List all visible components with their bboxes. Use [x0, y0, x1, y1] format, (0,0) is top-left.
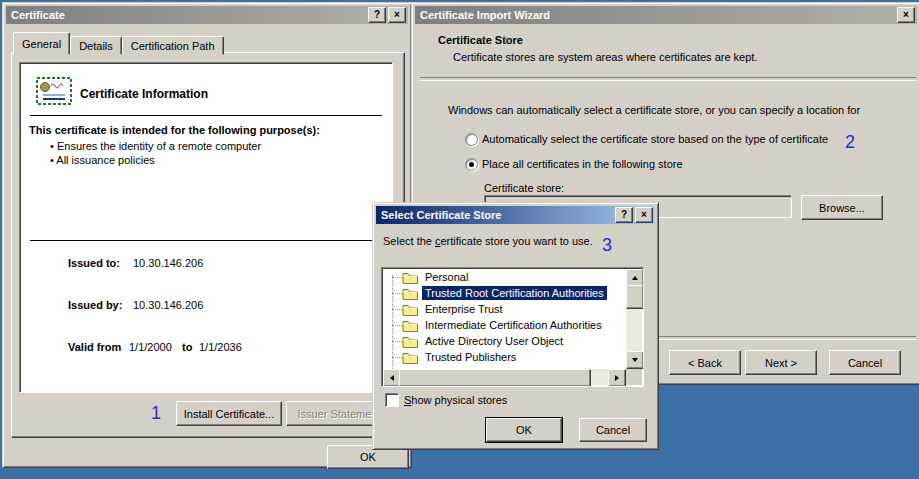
- purpose-item: All issuance policies: [50, 154, 155, 166]
- tree-connector: [392, 309, 402, 310]
- valid-to-value: 1/1/2036: [199, 341, 242, 353]
- scroll-down-icon: [632, 358, 638, 362]
- horizontal-scrollbar[interactable]: [383, 369, 626, 385]
- store-cancel-label: Cancel: [596, 424, 630, 436]
- store-ok-label: OK: [516, 424, 532, 436]
- scroll-down-button[interactable]: [626, 351, 644, 369]
- scroll-up-icon: [632, 276, 638, 280]
- folder-icon: [402, 351, 418, 364]
- close-icon[interactable]: ×: [897, 7, 915, 23]
- certificate-ok-label: OK: [360, 451, 376, 463]
- annotation-step-2: 2: [845, 133, 855, 151]
- store-instruction-post: ertificate store you want to use.: [440, 235, 592, 247]
- store-ok-button[interactable]: OK: [486, 418, 562, 442]
- folder-icon: [402, 271, 418, 284]
- wizard-cancel-button[interactable]: Cancel: [829, 350, 901, 375]
- vertical-scrollbar[interactable]: [626, 269, 642, 369]
- tree-item-label: Personal: [422, 270, 471, 284]
- install-certificate-button[interactable]: Install Certificate...: [176, 401, 282, 426]
- valid-to-label: to: [182, 341, 192, 353]
- folder-icon: [402, 287, 418, 300]
- certificate-store-tree: Personal Trusted Root Certification Auth…: [381, 267, 644, 387]
- tab-certification-path[interactable]: Certification Path: [122, 36, 224, 55]
- wizard-title: Certificate Import Wizard: [417, 9, 895, 21]
- tree-item-ad-user-object[interactable]: Active Directory User Object: [383, 333, 626, 349]
- scrollbar-corner: [626, 369, 642, 385]
- tree-item-intermediate[interactable]: Intermediate Certification Authorities: [383, 317, 626, 333]
- wizard-titlebar[interactable]: Certificate Import Wizard ×: [415, 6, 917, 24]
- store-dialog-title: Select Certificate Store: [378, 209, 613, 221]
- certificate-dialog-titlebar[interactable]: Certificate ? ×: [6, 6, 408, 24]
- browse-label: Browse...: [819, 202, 865, 214]
- radio-auto-select[interactable]: [465, 133, 478, 146]
- store-dialog-titlebar[interactable]: Select Certificate Store ? ×: [376, 206, 655, 224]
- divider: [420, 77, 916, 81]
- tree-connector: [392, 277, 402, 278]
- help-icon[interactable]: ?: [615, 207, 633, 223]
- valid-from-label: Valid from: [68, 341, 121, 353]
- tree-item-enterprise-trust[interactable]: Enterprise Trust: [383, 301, 626, 317]
- tree-item-label: Enterprise Trust: [422, 302, 506, 316]
- close-icon[interactable]: ×: [388, 7, 406, 23]
- close-icon[interactable]: ×: [635, 207, 653, 223]
- select-certificate-store-dialog: Select Certificate Store ? × Select the …: [372, 202, 659, 450]
- tree-item-label: Trusted Publishers: [422, 350, 519, 364]
- tree-item-trusted-publishers[interactable]: Trusted Publishers: [383, 349, 626, 365]
- folder-icon: [402, 303, 418, 316]
- store-instruction: Select the certificate store you want to…: [383, 235, 593, 247]
- annotation-step-1: 1: [151, 404, 161, 422]
- certificate-info-heading: Certificate Information: [80, 87, 208, 101]
- next-button[interactable]: Next >: [745, 350, 817, 375]
- tab-details[interactable]: Details: [70, 36, 122, 55]
- browse-button[interactable]: Browse...: [801, 195, 883, 220]
- show-physical-stores-label[interactable]: Show physical stores: [404, 394, 507, 406]
- store-instruction-pre: Select the: [383, 235, 435, 247]
- certificate-tabs: General Details Certification Path: [13, 32, 224, 55]
- tree-connector: [392, 293, 402, 294]
- tree-connector: [392, 341, 402, 342]
- tree-connector: [392, 325, 402, 326]
- tree-connector: [392, 357, 402, 358]
- wizard-page-subtitle: Certificate stores are system areas wher…: [453, 51, 757, 63]
- help-icon[interactable]: ?: [368, 7, 386, 23]
- wizard-page-title: Certificate Store: [438, 34, 523, 46]
- certificate-dialog: Certificate ? × General Details Certific…: [2, 2, 412, 468]
- scroll-right-icon: [615, 375, 619, 381]
- show-physical-post: how physical stores: [411, 394, 507, 406]
- wizard-intro-text: Windows can automatically select a certi…: [448, 104, 860, 116]
- radio-auto-select-label[interactable]: Automatically select the certificate sto…: [482, 133, 828, 145]
- folder-icon: [402, 319, 418, 332]
- valid-from-value: 1/1/2000: [129, 341, 172, 353]
- back-label: < Back: [688, 357, 722, 369]
- radio-place-all-label[interactable]: Place all certificates in the following …: [482, 158, 683, 170]
- radio-place-all[interactable]: [465, 158, 478, 171]
- issued-by-value: 10.30.146.206: [133, 299, 203, 311]
- issued-to-value: 10.30.146.206: [133, 257, 203, 269]
- scroll-right-button[interactable]: [608, 369, 626, 387]
- divider: [30, 240, 382, 241]
- certificate-icon: [36, 77, 72, 107]
- certificate-info-panel: Certificate Information This certificate…: [19, 62, 393, 393]
- tree-item-trusted-root[interactable]: Trusted Root Certification Authorities: [383, 285, 626, 301]
- divider: [30, 115, 382, 116]
- tab-general[interactable]: General: [13, 32, 70, 55]
- annotation-step-3: 3: [602, 236, 612, 254]
- install-certificate-label: Install Certificate...: [184, 408, 274, 420]
- certificate-dialog-title: Certificate: [8, 9, 366, 21]
- folder-icon: [402, 335, 418, 348]
- purpose-item: Ensures the identity of a remote compute…: [50, 140, 261, 152]
- tree-item-personal[interactable]: Personal: [383, 269, 626, 285]
- tree-rows: Personal Trusted Root Certification Auth…: [383, 269, 626, 369]
- show-physical-stores-checkbox[interactable]: [385, 393, 399, 407]
- tree-item-label: Trusted Root Certification Authorities: [422, 286, 607, 300]
- vertical-scroll-thumb[interactable]: [626, 285, 644, 309]
- tree-item-label: Intermediate Certification Authorities: [422, 318, 605, 332]
- back-button[interactable]: < Back: [669, 350, 741, 375]
- scroll-left-icon: [390, 375, 394, 381]
- store-cancel-button[interactable]: Cancel: [579, 418, 647, 442]
- certificate-store-label: Certificate store:: [484, 182, 564, 194]
- issued-by-label: Issued by:: [68, 299, 122, 311]
- horizontal-scroll-thumb[interactable]: [399, 369, 591, 387]
- issued-to-label: Issued to:: [68, 257, 120, 269]
- tree-item-label: Active Directory User Object: [422, 334, 566, 348]
